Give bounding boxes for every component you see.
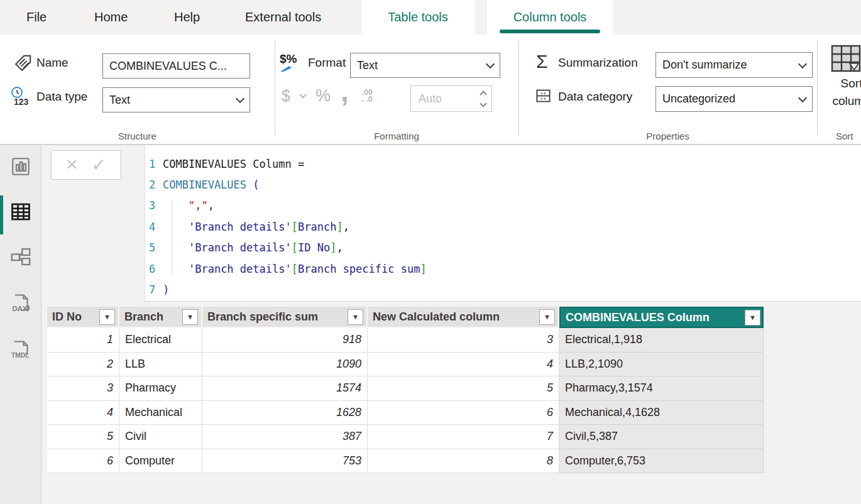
decimal-places-button[interactable]: .00 →.0 <box>359 89 373 103</box>
column-header-1[interactable]: ID No▾ <box>47 307 119 328</box>
data-category-label: Data category <box>558 90 632 104</box>
tab-table-tools[interactable]: Table tools <box>361 0 474 35</box>
table-cell[interactable]: Computer <box>119 449 202 474</box>
table-cell[interactable]: 3 <box>368 328 559 353</box>
column-header-4[interactable]: New Calculated column▾ <box>368 307 559 328</box>
column-header-2[interactable]: Branch▾ <box>119 307 202 328</box>
table-cell[interactable]: Mechanical <box>119 401 202 425</box>
percent-format-button[interactable]: % <box>315 86 331 106</box>
code-text: ) <box>163 283 169 296</box>
table-row: 6Computer7538Computer,6,753 <box>47 449 764 474</box>
model-view-icon[interactable] <box>8 244 33 270</box>
code-line[interactable]: 7) <box>149 279 861 300</box>
code-line[interactable]: 2COMBINEVALUES ( <box>149 174 861 195</box>
table-cell[interactable]: 1628 <box>202 401 368 425</box>
table-row: 3Pharmacy15745Pharmacy,3,1574 <box>47 376 764 401</box>
table-cell[interactable]: Mechanical,4,1628 <box>559 401 764 425</box>
menu-help[interactable]: Help <box>174 0 200 35</box>
table-cell[interactable]: 6 <box>47 449 119 474</box>
currency-chevron-icon[interactable] <box>299 91 306 98</box>
tab-column-tools[interactable]: Column tools <box>487 0 613 35</box>
table-cell[interactable]: Civil,5,387 <box>559 425 764 449</box>
code-lines: 1COMBINEVALUES Column =2COMBINEVALUES (3… <box>149 153 861 300</box>
table-cell[interactable]: 1090 <box>202 353 368 377</box>
table-cell[interactable]: 1574 <box>202 376 368 401</box>
table-cell[interactable]: LLB,2,1090 <box>559 353 764 377</box>
code-line[interactable]: 1COMBINEVALUES Column = <box>149 153 861 174</box>
table-cell[interactable]: 3 <box>47 376 119 401</box>
menu-external-tools[interactable]: External tools <box>245 0 321 35</box>
currency-format-button[interactable]: $ <box>282 87 290 105</box>
chevron-down-icon <box>236 94 244 103</box>
group-divider <box>817 41 818 135</box>
name-tag-icon <box>14 53 33 72</box>
decimal-places-stepper[interactable]: Auto <box>410 85 492 112</box>
table-cell[interactable]: 918 <box>202 328 368 353</box>
column-filter-button[interactable]: ▾ <box>182 309 198 325</box>
table-cell[interactable]: 7 <box>368 425 559 449</box>
menu-home[interactable]: Home <box>94 0 128 35</box>
column-header-5[interactable]: COMBINEVALUES Column▾ <box>559 307 764 328</box>
code-line[interactable]: 3 ",", <box>149 195 861 216</box>
powerbi-data-view: { "menu": { "items": [ {"label": "File"}… <box>0 0 861 504</box>
code-line[interactable]: 5 'Branch details'[ID No], <box>149 238 861 258</box>
column-filter-button[interactable]: ▾ <box>745 310 760 326</box>
table-row: 2LLB10904LLB,2,1090 <box>47 353 764 377</box>
table-cell[interactable]: Electrical <box>119 328 202 353</box>
tmdl-view-icon[interactable]: TMDL <box>8 337 33 363</box>
table-cell[interactable]: 4 <box>47 401 119 425</box>
active-tab-underline <box>500 30 600 33</box>
table-cell[interactable]: 387 <box>202 425 368 449</box>
data-type-dropdown[interactable]: Text <box>102 87 250 112</box>
formula-bar: × ✓ 1COMBINEVALUES Column =2COMBINEVALUE… <box>42 145 861 307</box>
code-line[interactable]: 6 'Branch details'[Branch specific sum] <box>149 258 861 279</box>
sort-column-button[interactable] <box>831 45 861 72</box>
data-type-icon: 123 <box>9 86 33 107</box>
line-number: 2 <box>149 178 163 191</box>
table-cell[interactable]: 753 <box>202 449 368 474</box>
report-view-icon[interactable] <box>8 154 33 179</box>
table-cell[interactable]: 5 <box>47 425 119 449</box>
chevron-down-icon <box>798 93 807 102</box>
column-name-input[interactable]: COMBINEVALUES C... <box>102 53 250 79</box>
table-cell[interactable]: Civil <box>119 425 202 449</box>
column-header-label: Branch <box>124 310 163 324</box>
data-category-value: Uncategorized <box>662 92 794 106</box>
table-cell[interactable]: 5 <box>368 376 559 401</box>
table-cell[interactable]: 6 <box>368 401 559 425</box>
column-header-3[interactable]: Branch specific sum▾ <box>202 307 368 328</box>
table-cell[interactable]: 1 <box>47 328 119 353</box>
column-filter-button[interactable]: ▾ <box>99 309 115 325</box>
data-category-dropdown[interactable]: Uncategorized <box>655 86 813 112</box>
table-cell[interactable]: Computer,6,753 <box>559 449 764 474</box>
cancel-formula-button[interactable]: × <box>66 154 78 174</box>
thousands-separator-button[interactable]: , <box>341 88 349 94</box>
column-filter-button[interactable]: ▾ <box>539 309 555 325</box>
commit-formula-button[interactable]: ✓ <box>92 156 106 174</box>
chevron-down-icon <box>486 60 495 68</box>
summarization-dropdown[interactable]: Don't summarize <box>655 52 813 78</box>
table-row: 4Mechanical16286Mechanical,4,1628 <box>47 401 764 425</box>
table-cell[interactable]: 8 <box>368 449 559 474</box>
table-cell[interactable]: 4 <box>368 353 559 377</box>
table-cell[interactable]: Pharmacy,3,1574 <box>559 376 764 401</box>
data-view-icon[interactable] <box>8 199 33 224</box>
column-filter-button[interactable]: ▾ <box>348 309 363 325</box>
table-cell[interactable]: 2 <box>47 353 119 377</box>
dax-query-view-icon[interactable]: DAX <box>8 291 33 316</box>
summarization-label: Summarization <box>558 56 638 70</box>
menu-file[interactable]: File <box>26 0 47 35</box>
format-dropdown[interactable]: Text <box>350 53 500 78</box>
menu-bar: File Home Help External tools Table tool… <box>0 0 861 35</box>
code-line[interactable]: 4 'Branch details'[Branch], <box>149 216 861 237</box>
filter-triangle-icon: ▾ <box>750 313 754 322</box>
tab-table-tools-label: Table tools <box>388 10 448 25</box>
dax-formula-editor[interactable]: 1COMBINEVALUES Column =2COMBINEVALUES (3… <box>145 145 861 302</box>
format-icon: $% <box>280 52 297 72</box>
table-cell[interactable]: Electrical,1,918 <box>559 328 764 353</box>
structure-section-label: Structure <box>0 131 275 141</box>
stepper-arrows[interactable] <box>475 86 491 111</box>
line-number: 5 <box>149 241 163 254</box>
table-cell[interactable]: LLB <box>119 353 202 377</box>
table-cell[interactable]: Pharmacy <box>119 376 202 401</box>
